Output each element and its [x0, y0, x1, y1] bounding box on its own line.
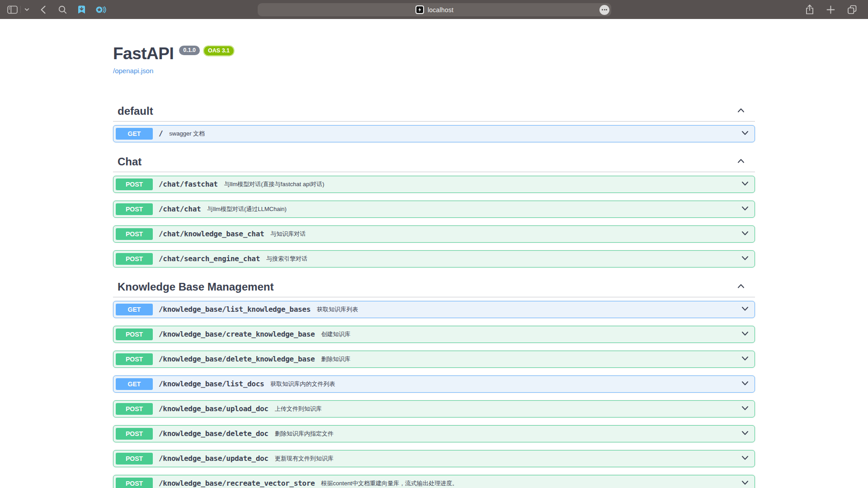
operation-row[interactable]: POST /knowledge_base/delete_knowledge_ba…	[113, 351, 755, 368]
tag-section-header[interactable]: Chat	[113, 150, 755, 172]
method-badge: POST	[116, 428, 153, 440]
method-badge: POST	[116, 403, 153, 415]
new-tab-icon[interactable]	[826, 0, 835, 19]
expand-chevron-down-icon[interactable]	[740, 453, 750, 465]
operation-summary: 与搜索引擎对话	[266, 255, 307, 263]
operation-row[interactable]: POST /knowledge_base/create_knowledge_ba…	[113, 326, 755, 343]
expand-chevron-down-icon[interactable]	[740, 203, 750, 215]
operations-list: GET / swagger 文档	[113, 125, 755, 142]
operation-path: /chat/chat	[159, 205, 201, 213]
tag-section: default GET / swagger 文档	[113, 99, 755, 142]
browser-toolbar: localhost	[0, 0, 868, 19]
expand-chevron-down-icon[interactable]	[740, 428, 750, 440]
method-badge: POST	[116, 178, 153, 190]
operation-summary: 更新现有文件到知识库	[275, 455, 334, 463]
method-badge: POST	[116, 203, 153, 215]
operation-row[interactable]: POST /knowledge_base/update_doc 更新现有文件到知…	[113, 450, 755, 467]
sections-root: default GET / swagger 文档 Chat	[113, 99, 755, 488]
tag-section-header[interactable]: Knowledge Base Management	[113, 275, 755, 297]
expand-chevron-down-icon[interactable]	[740, 178, 750, 190]
operation-row[interactable]: POST /knowledge_base/upload_doc 上传文件到知识库	[113, 400, 755, 418]
operation-path: /chat/search_engine_chat	[159, 254, 260, 263]
extension-bookmark-icon[interactable]	[77, 0, 86, 19]
api-info: FastAPI 0.1.0 OAS 3.1 /openapi.json	[113, 44, 755, 75]
extension-star-icon[interactable]	[95, 0, 106, 19]
operation-summary: 根据content中文档重建向量库，流式输出处理进度。	[321, 479, 458, 488]
openapi-spec-link[interactable]: /openapi.json	[113, 67, 153, 75]
tag-section-title: default	[118, 105, 153, 117]
operation-path: /chat/knowledge_base_chat	[159, 230, 264, 238]
operation-summary: swagger 文档	[169, 130, 205, 138]
operation-row[interactable]: GET / swagger 文档	[113, 125, 755, 142]
tag-section-title: Chat	[118, 155, 142, 168]
operation-summary: 与llm模型对话(直接与fastchat api对话)	[224, 180, 325, 188]
swagger-page: FastAPI 0.1.0 OAS 3.1 /openapi.json defa…	[113, 19, 755, 488]
operation-summary: 删除知识库内指定文件	[275, 430, 334, 438]
expand-chevron-down-icon[interactable]	[740, 378, 750, 390]
expand-chevron-down-icon[interactable]	[740, 478, 750, 488]
operation-path: /knowledge_base/list_knowledge_bases	[159, 305, 311, 314]
page-settings-ellipsis-icon[interactable]	[599, 5, 609, 15]
tag-section-header[interactable]: default	[113, 99, 755, 122]
operations-list: GET /knowledge_base/list_knowledge_bases…	[113, 301, 755, 488]
operation-summary: 创建知识库	[321, 330, 350, 338]
method-badge: POST	[116, 453, 153, 465]
operation-row[interactable]: POST /chat/search_engine_chat 与搜索引擎对话	[113, 250, 755, 267]
collapse-chevron-up-icon[interactable]	[736, 156, 746, 168]
sidebar-toggle-icon[interactable]	[7, 0, 18, 19]
operation-path: /chat/fastchat	[159, 180, 218, 188]
method-badge: POST	[116, 328, 153, 340]
collapse-chevron-up-icon[interactable]	[736, 105, 746, 117]
share-icon[interactable]	[805, 0, 814, 19]
expand-chevron-down-icon[interactable]	[740, 328, 750, 340]
page-title: FastAPI	[113, 44, 174, 64]
method-badge: GET	[116, 128, 153, 140]
tab-group-chevron-icon[interactable]	[24, 0, 29, 19]
expand-chevron-down-icon[interactable]	[740, 128, 750, 140]
operation-row[interactable]: POST /chat/fastchat 与llm模型对话(直接与fastchat…	[113, 176, 755, 193]
operation-path: /knowledge_base/recreate_vector_store	[159, 479, 315, 488]
operation-path: /knowledge_base/delete_doc	[159, 429, 269, 438]
search-icon[interactable]	[58, 0, 67, 19]
tag-section: Knowledge Base Management GET /knowledge…	[113, 275, 755, 488]
oas-badge: OAS 3.1	[203, 46, 234, 56]
expand-chevron-down-icon[interactable]	[740, 403, 750, 415]
collapse-chevron-up-icon[interactable]	[736, 281, 746, 293]
operation-path: /knowledge_base/list_docs	[159, 380, 264, 388]
operation-path: /	[159, 129, 163, 138]
back-icon[interactable]	[40, 0, 46, 19]
method-badge: GET	[116, 378, 153, 390]
method-badge: POST	[116, 478, 153, 488]
tabs-overview-icon[interactable]	[847, 0, 857, 19]
operation-path: /knowledge_base/update_doc	[159, 454, 269, 463]
tag-section: Chat POST /chat/fastchat 与llm模型对话(直接与fas…	[113, 150, 755, 267]
expand-chevron-down-icon[interactable]	[740, 228, 750, 240]
operation-row[interactable]: POST /knowledge_base/recreate_vector_sto…	[113, 475, 755, 488]
operation-summary: 上传文件到知识库	[275, 405, 322, 413]
operation-summary: 与知识库对话	[270, 230, 306, 238]
expand-chevron-down-icon[interactable]	[740, 353, 750, 365]
url-text: localhost	[428, 6, 453, 14]
site-favicon	[415, 5, 424, 14]
operation-summary: 与llm模型对话(通过LLMChain)	[207, 205, 287, 213]
address-bar[interactable]: localhost	[258, 3, 611, 16]
operation-row[interactable]: POST /knowledge_base/delete_doc 删除知识库内指定…	[113, 425, 755, 442]
operations-list: POST /chat/fastchat 与llm模型对话(直接与fastchat…	[113, 176, 755, 267]
method-badge: POST	[116, 353, 153, 365]
operation-path: /knowledge_base/create_knowledge_base	[159, 330, 315, 338]
expand-chevron-down-icon[interactable]	[740, 253, 750, 265]
operation-row[interactable]: GET /knowledge_base/list_knowledge_bases…	[113, 301, 755, 318]
tag-section-title: Knowledge Base Management	[118, 281, 274, 293]
version-badge: 0.1.0	[179, 46, 200, 55]
operation-row[interactable]: POST /chat/knowledge_base_chat 与知识库对话	[113, 225, 755, 243]
operation-row[interactable]: POST /chat/chat 与llm模型对话(通过LLMChain)	[113, 201, 755, 218]
operation-path: /knowledge_base/delete_knowledge_base	[159, 355, 315, 363]
expand-chevron-down-icon[interactable]	[740, 304, 750, 315]
operation-path: /knowledge_base/upload_doc	[159, 404, 269, 413]
method-badge: POST	[116, 253, 153, 265]
method-badge: POST	[116, 228, 153, 240]
toolbar-divider	[20, 6, 21, 13]
operation-summary: 删除知识库	[321, 355, 350, 363]
operation-summary: 获取知识库列表	[317, 305, 358, 314]
operation-row[interactable]: GET /knowledge_base/list_docs 获取知识库内的文件列…	[113, 375, 755, 393]
